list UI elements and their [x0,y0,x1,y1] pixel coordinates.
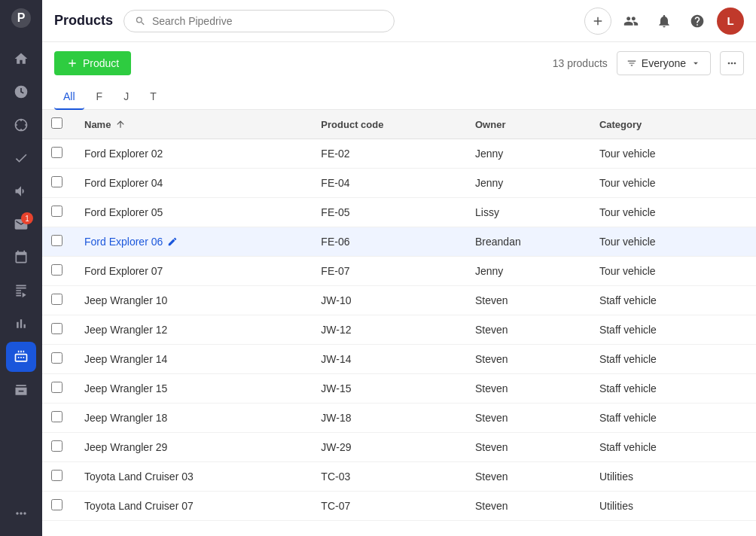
row-checkbox[interactable] [51,235,62,246]
row-checkbox[interactable] [51,411,62,422]
product-name[interactable]: Ford Explorer 02 [84,148,163,160]
row-checkbox[interactable] [51,294,62,305]
product-name[interactable]: Ford Explorer 06 [84,236,163,248]
cell-owner: Breandan [463,227,587,257]
search-bar[interactable] [123,10,395,32]
cell-category: Utilities [587,492,732,521]
sidebar-item-calendar[interactable] [6,242,36,273]
product-name[interactable]: Jeep Wrangler 10 [84,294,167,306]
notifications-icon-button[interactable] [651,8,678,35]
cell-name: Jeep Wrangler 10 [72,286,309,315]
table-row: Jeep Wrangler 18 JW-18 Steven Staff vehi… [42,404,756,433]
product-name[interactable]: Jeep Wrangler 12 [84,324,167,336]
sidebar-item-reports[interactable] [6,309,36,339]
cell-extra [732,286,756,315]
cell-name: Jeep Wrangler 12 [72,315,309,345]
column-product-code: Product code [309,110,463,139]
row-checkbox[interactable] [51,206,62,217]
row-checkbox[interactable] [51,264,62,276]
app-logo[interactable]: P [9,6,33,30]
select-all-checkbox[interactable] [51,117,62,129]
cell-owner: Steven [463,462,587,492]
cell-name: Toyota Land Cruiser 07 [72,492,309,521]
cell-owner: Steven [463,404,587,433]
sidebar-item-products[interactable] [6,342,36,372]
row-checkbox-cell [42,433,72,462]
cell-owner: Jenny [463,139,587,169]
product-name[interactable]: Ford Explorer 07 [84,265,163,277]
row-checkbox[interactable] [51,323,62,334]
cell-extra [732,198,756,227]
cell-code: FE-02 [309,139,463,169]
help-icon-button[interactable] [684,8,711,35]
table-row: Jeep Wrangler 12 JW-12 Steven Staff vehi… [42,315,756,345]
sidebar-more-button[interactable] [6,498,36,528]
filter-tab-t[interactable]: T [141,84,166,110]
more-icon [726,57,738,69]
cell-category: Utilities [587,462,732,492]
table-row: Ford Explorer 06 FE-06 Breandan Tour veh… [42,227,756,257]
sidebar-item-activity[interactable] [6,77,36,107]
cell-owner: Steven [463,433,587,462]
activity-icon-button[interactable] [617,8,645,35]
row-checkbox[interactable] [51,499,62,510]
row-checkbox[interactable] [51,147,62,158]
row-checkbox[interactable] [51,352,62,364]
table-header-row: Name Product code Owner Category [42,110,756,139]
filter-tab-f[interactable]: F [87,84,112,110]
product-name[interactable]: Jeep Wrangler 29 [84,441,167,453]
product-name[interactable]: Jeep Wrangler 15 [84,382,167,394]
cell-name: Jeep Wrangler 18 [72,404,309,433]
toolbar: Product 13 products Everyone [42,42,756,84]
more-options-button[interactable] [720,51,744,75]
cell-category: Tour vehicle [587,257,732,286]
sidebar-item-contacts[interactable] [6,276,36,306]
add-product-button[interactable]: Product [54,51,131,75]
sidebar-item-deals[interactable] [6,110,36,140]
cell-extra [732,462,756,492]
sidebar-item-mail[interactable]: 1 [6,209,36,239]
row-checkbox-cell [42,404,72,433]
row-checkbox[interactable] [51,470,62,481]
product-count: 13 products [553,57,608,69]
sidebar-item-campaigns[interactable] [6,176,36,206]
cell-owner: Lissy [463,198,587,227]
row-checkbox-cell [42,198,72,227]
product-name[interactable]: Ford Explorer 04 [84,177,163,189]
sort-icon [115,119,126,129]
table-row: Ford Explorer 07 FE-07 Jenny Tour vehicl… [42,257,756,286]
row-checkbox-cell [42,374,72,404]
mail-badge: 1 [21,212,33,224]
cell-owner: Steven [463,315,587,345]
sidebar-item-leads[interactable] [6,143,36,173]
search-input[interactable] [152,15,383,27]
row-checkbox[interactable] [51,382,62,393]
product-name[interactable]: Toyota Land Cruiser 07 [84,500,194,512]
cell-name: Ford Explorer 07 [72,257,309,286]
product-name[interactable]: Jeep Wrangler 18 [84,412,167,424]
add-product-icon [66,57,78,69]
cell-extra [732,404,756,433]
filter-tab-all[interactable]: All [54,84,84,110]
column-name[interactable]: Name [72,110,309,139]
product-name[interactable]: Toyota Land Cruiser 03 [84,471,194,483]
cell-name: Ford Explorer 06 [72,227,309,257]
cell-code: TC-07 [309,492,463,521]
row-checkbox[interactable] [51,176,62,187]
add-icon-button[interactable] [584,8,611,35]
sidebar-item-home[interactable] [6,44,36,74]
product-name[interactable]: Jeep Wrangler 14 [84,353,167,365]
everyone-filter-button[interactable]: Everyone [617,51,711,75]
sidebar-item-marketplace[interactable] [6,375,36,405]
cell-extra [732,492,756,521]
sidebar: P 1 [0,0,42,536]
row-checkbox-cell [42,345,72,374]
filter-tab-j[interactable]: J [114,84,138,110]
filter-tabs: All F J T [42,84,756,110]
avatar[interactable]: L [717,8,744,35]
row-checkbox[interactable] [51,440,62,452]
edit-icon[interactable] [167,236,178,247]
cell-extra [732,257,756,286]
table-row: Jeep Wrangler 14 JW-14 Steven Staff vehi… [42,345,756,374]
product-name[interactable]: Ford Explorer 05 [84,206,163,218]
